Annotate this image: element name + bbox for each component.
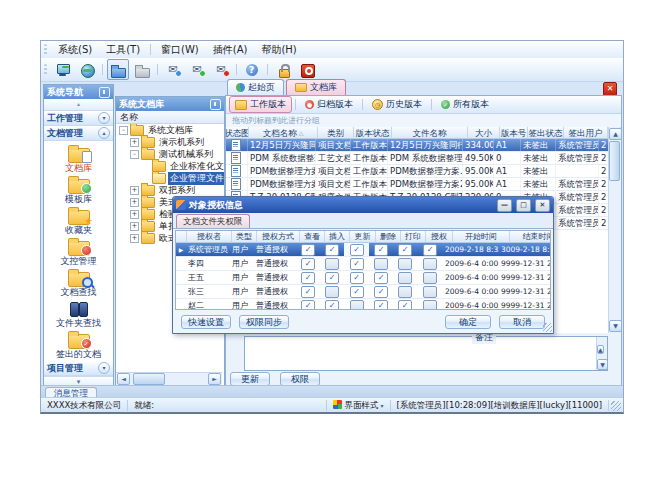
- scroll-down-icon[interactable]: ▼: [609, 320, 622, 332]
- sidebar-item-template-library[interactable]: 模板库: [44, 175, 113, 206]
- permission-checkbox[interactable]: [398, 272, 412, 284]
- tree-expander-icon[interactable]: +: [130, 222, 139, 231]
- permission-checkbox[interactable]: ✓: [301, 272, 315, 284]
- scroll-thumb[interactable]: [609, 141, 620, 181]
- tree-node[interactable]: -系统文档库: [116, 124, 224, 136]
- sidebar-item-doc-control[interactable]: 文控管理: [44, 237, 113, 268]
- sidebar-item-doc-search[interactable]: 文档查找: [44, 268, 113, 299]
- permission-row[interactable]: 张三用户普通授权✓✓✓2009-6-4 0:00:009999-12-31 23…: [176, 285, 550, 299]
- permission-checkbox[interactable]: ✓: [350, 286, 364, 298]
- pin-icon[interactable]: [210, 99, 221, 110]
- tab-start-page[interactable]: 起始页: [227, 79, 284, 95]
- exit-button[interactable]: [296, 59, 318, 80]
- dialog-column-header[interactable]: 打印: [401, 231, 426, 243]
- menu-item[interactable]: 插件(A): [206, 42, 255, 58]
- document-row[interactable]: PDM 系统数据整理检...工艺文档工作版本PDM 系统数据整理...49.50…: [226, 152, 609, 165]
- sidebar-collapse-strip[interactable]: ▴: [44, 99, 113, 111]
- tree-node[interactable]: +企业标准化文件: [116, 160, 224, 172]
- permission-checkbox[interactable]: ✓: [350, 258, 364, 270]
- scroll-up-icon[interactable]: ▲: [597, 345, 604, 354]
- group-by-bar[interactable]: 拖动列标题到此进行分组: [226, 114, 622, 128]
- quick-setup-button[interactable]: 快速设置: [181, 315, 231, 329]
- maximize-icon[interactable]: □: [516, 199, 531, 212]
- menu-item[interactable]: 帮助(H): [254, 42, 303, 58]
- tree-node[interactable]: +双把系列: [116, 184, 224, 196]
- permission-checkbox[interactable]: ✓: [350, 272, 364, 284]
- lock-button[interactable]: [272, 59, 294, 80]
- tab-document-library[interactable]: 文档库: [286, 79, 346, 95]
- dialog-column-header[interactable]: 更新: [350, 231, 376, 243]
- permission-row[interactable]: 李四用户普通授权✓✓2009-6-4 0:00:009999-12-31 23:…: [176, 257, 550, 271]
- permission-checkbox[interactable]: ✓: [374, 272, 388, 284]
- dialog-column-header[interactable]: 结束时间: [510, 231, 551, 243]
- connect-button[interactable]: [52, 59, 74, 80]
- permission-checkbox[interactable]: [325, 286, 339, 298]
- permission-checkbox[interactable]: ✓: [374, 300, 388, 311]
- column-header[interactable]: 文件名称: [392, 127, 468, 139]
- dialog-column-header[interactable]: 授权: [426, 231, 453, 243]
- column-header[interactable]: 大小: [468, 127, 500, 139]
- chevron-down-icon[interactable]: ▾: [98, 112, 110, 124]
- dialog-column-header[interactable]: 授权者: [187, 231, 232, 243]
- tree-expander-icon[interactable]: +: [130, 186, 139, 195]
- permission-checkbox[interactable]: ✓: [398, 244, 412, 256]
- column-header[interactable]: 状态图: [226, 127, 249, 139]
- permission-sync-button[interactable]: 权限同步: [239, 315, 289, 329]
- scroll-left-icon[interactable]: ◄: [117, 373, 130, 385]
- permission-checkbox[interactable]: ✓: [374, 244, 388, 256]
- cancel-button[interactable]: 取消: [499, 315, 545, 329]
- permission-checkbox[interactable]: [423, 272, 437, 284]
- document-row[interactable]: PDM数据整理方案.doc项目文档工作版本PDM数据整理方案.doc95.00K…: [226, 165, 609, 178]
- scroll-thumb[interactable]: [133, 373, 165, 385]
- dialog-column-header[interactable]: 类型: [232, 231, 257, 243]
- dialog-title-bar[interactable]: 对象授权信息 — □ ✕: [173, 197, 553, 213]
- dialog-column-header[interactable]: 删除: [376, 231, 401, 243]
- permission-checkbox[interactable]: [398, 286, 412, 298]
- column-header[interactable]: 类别: [318, 127, 354, 139]
- sidebar-item-folder-search[interactable]: 文件夹查找: [44, 299, 113, 330]
- close-tab-button[interactable]: ✕: [603, 82, 617, 96]
- permission-checkbox[interactable]: ✓: [301, 286, 315, 298]
- sidebar-item-document-library[interactable]: 文档库: [44, 144, 113, 175]
- mail-open-button[interactable]: ✉: [186, 59, 208, 80]
- permission-checkbox[interactable]: [423, 286, 437, 298]
- column-header[interactable]: 签出状态: [528, 127, 564, 139]
- tree-horizontal-scrollbar[interactable]: ◄►: [116, 372, 222, 385]
- permission-row[interactable]: ▶系统管理员用户普通授权✓✓✓✓✓✓2009-2-18 8:35:573009-…: [176, 243, 550, 257]
- scroll-down-icon[interactable]: ▼: [597, 359, 608, 370]
- minimize-icon[interactable]: —: [497, 199, 512, 212]
- permission-checkbox[interactable]: ✓: [423, 244, 437, 256]
- status-style-selector[interactable]: 界面样式▾: [327, 400, 391, 411]
- tree-expander-icon[interactable]: +: [130, 234, 139, 243]
- document-row[interactable]: PDM数据整理方案2.doc项目文档工作版本PDM数据整理方案2.doc95.0…: [226, 178, 609, 191]
- dialog-resize-grip[interactable]: [543, 323, 552, 332]
- tree-expander-icon[interactable]: +: [130, 138, 139, 147]
- permission-checkbox[interactable]: [350, 300, 364, 311]
- menu-item[interactable]: 工具(T): [99, 42, 147, 58]
- dialog-column-header[interactable]: 查看: [300, 231, 325, 243]
- menu-item[interactable]: 系统(S): [51, 42, 99, 58]
- permission-checkbox[interactable]: ✓: [325, 244, 339, 256]
- tree-node[interactable]: +演示机系列: [116, 136, 224, 148]
- tab-archived-version[interactable]: ●归档版本: [299, 96, 359, 113]
- permission-checkbox[interactable]: ✓: [301, 244, 315, 256]
- permission-row[interactable]: 王五用户普通授权✓✓✓✓2009-6-4 0:00:009999-12-31 2…: [176, 271, 550, 285]
- pin-icon[interactable]: [99, 87, 110, 98]
- permission-checkbox[interactable]: ✓: [325, 272, 339, 284]
- tree-node[interactable]: +企业管理文件: [116, 172, 224, 184]
- permission-checkbox[interactable]: [423, 300, 437, 311]
- permission-row[interactable]: 赵二用户普通授权✓✓✓✓2009-6-4 0:00:009999-12-31 2…: [176, 299, 550, 310]
- column-header[interactable]: 版本状态: [354, 127, 392, 139]
- dialog-column-header[interactable]: 插入: [325, 231, 350, 243]
- column-header[interactable]: 签出用户: [564, 127, 608, 139]
- permission-checkbox[interactable]: [374, 258, 388, 270]
- grid-vertical-scrollbar[interactable]: ▲ ▼: [608, 127, 620, 333]
- tree-expander-icon[interactable]: +: [130, 198, 139, 207]
- permission-checkbox[interactable]: [423, 258, 437, 270]
- drag-grip[interactable]: [44, 64, 47, 75]
- permission-checkbox[interactable]: [325, 258, 339, 270]
- tree-column-header[interactable]: 名称: [116, 111, 224, 124]
- mail-new-button[interactable]: ✉: [162, 59, 184, 80]
- tab-working-version[interactable]: 工作版本: [229, 96, 292, 113]
- chevron-up-icon[interactable]: ▴: [98, 127, 110, 139]
